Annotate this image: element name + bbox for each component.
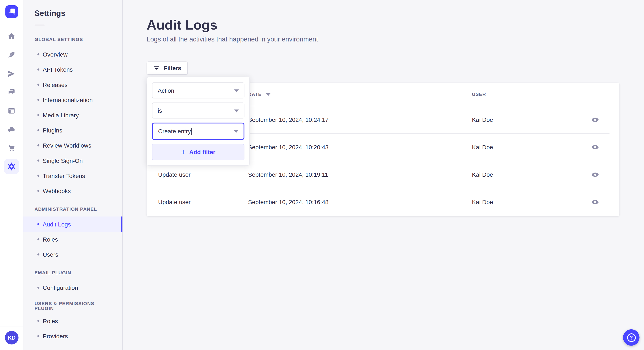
table-row[interactable]: Update user September 10, 2024, 10:16:48… [146, 188, 619, 216]
main-nav-rail: KD [0, 0, 24, 350]
bullet-icon [37, 144, 40, 147]
page-subtitle: Logs of all the activities that happened… [123, 36, 644, 43]
eye-icon [591, 198, 599, 206]
sort-desc-icon [266, 93, 271, 96]
cell-user: Kai Doe [472, 144, 581, 151]
section-users-permissions-plugin: USERS & PERMISSIONS PLUGIN [24, 303, 122, 309]
bullet-icon [37, 335, 40, 337]
sidebar-item-up-providers[interactable]: Providers [24, 329, 122, 344]
main-content: Audit Logs Logs of all the activities th… [123, 0, 644, 350]
help-button[interactable]: ? [623, 329, 640, 346]
app-root: KD Settings GLOBAL SETTINGS Overview API… [0, 0, 644, 350]
bullet-icon [37, 114, 40, 116]
eye-icon [591, 116, 599, 124]
cell-date: September 10, 2024, 10:16:48 [248, 199, 472, 206]
rail-divider [0, 24, 23, 24]
bullet-icon [37, 238, 40, 240]
add-filter-button[interactable]: + Add filter [152, 144, 244, 160]
bullet-icon [37, 84, 40, 86]
user-avatar[interactable]: KD [5, 331, 18, 345]
filter-operator-select[interactable]: is [152, 103, 244, 118]
plus-icon: + [181, 148, 186, 156]
bullet-icon [37, 160, 40, 162]
images-icon[interactable] [4, 85, 19, 100]
cell-user: Kai Doe [472, 199, 581, 206]
strapi-logo[interactable] [5, 5, 18, 18]
bullet-icon [37, 287, 40, 289]
bullet-icon [37, 175, 40, 177]
settings-gear-icon[interactable] [4, 159, 19, 174]
sidebar-item-audit-logs[interactable]: Audit Logs [24, 216, 122, 232]
chevron-down-icon [234, 109, 239, 112]
section-administration-panel: ADMINISTRATION PANEL [24, 206, 122, 212]
cell-action: Update user [156, 172, 248, 178]
eye-icon [591, 171, 599, 179]
filter-icon [153, 65, 160, 72]
sidebar-item-admin-users[interactable]: Users [24, 247, 122, 262]
filters-button[interactable]: Filters [146, 61, 188, 75]
cell-date: September 10, 2024, 10:19:11 [248, 172, 472, 178]
cloud-icon[interactable] [4, 122, 19, 137]
page-title: Audit Logs [123, 0, 644, 33]
bullet-icon [37, 253, 40, 256]
paper-plane-icon[interactable] [4, 66, 19, 81]
cell-user: Kai Doe [472, 172, 581, 178]
feather-icon[interactable] [4, 48, 19, 62]
section-email-plugin: EMAIL PLUGIN [24, 269, 122, 276]
chevron-down-icon [234, 89, 239, 92]
bullet-icon [37, 99, 40, 101]
cell-date: September 10, 2024, 10:24:17 [248, 116, 472, 123]
home-icon[interactable] [4, 29, 19, 43]
column-header-date[interactable]: DATE [248, 92, 472, 97]
bullet-icon [37, 190, 40, 192]
settings-sidebar: Settings GLOBAL SETTINGS Overview API To… [24, 0, 123, 350]
sidebar-item-webhooks[interactable]: Webhooks [24, 183, 122, 198]
bullet-icon [37, 129, 40, 131]
sidebar-title: Settings [34, 9, 112, 18]
chevron-down-icon [234, 130, 238, 133]
filter-field-select[interactable]: Action [152, 82, 244, 98]
sidebar-item-admin-roles[interactable]: Roles [24, 232, 122, 247]
cart-icon[interactable] [4, 141, 19, 155]
cell-date: September 10, 2024, 10:20:43 [248, 144, 472, 151]
sidebar-item-plugins[interactable]: Plugins [24, 123, 122, 138]
sidebar-title-divider [34, 25, 45, 25]
bullet-icon [37, 68, 40, 71]
sidebar-item-media-library[interactable]: Media Library [24, 107, 122, 123]
sidebar-item-email-configuration[interactable]: Configuration [24, 280, 122, 295]
sidebar-item-internationalization[interactable]: Internationalization [24, 92, 122, 107]
view-details-button[interactable] [589, 168, 602, 181]
cell-action: Update user [156, 199, 248, 206]
sidebar-item-review-workflows[interactable]: Review Workflows [24, 138, 122, 153]
question-mark-icon: ? [627, 334, 636, 342]
filter-popover: Action is Create entry + Add filter [146, 77, 250, 166]
column-header-user[interactable]: USER [472, 92, 581, 97]
view-details-button[interactable] [589, 196, 602, 209]
view-details-button[interactable] [589, 113, 602, 126]
filters-button-label: Filters [164, 65, 181, 71]
rail-divider [0, 326, 23, 326]
filter-value-combobox[interactable]: Create entry [152, 123, 244, 140]
text-cursor [191, 128, 192, 135]
sidebar-item-api-tokens[interactable]: API Tokens [24, 62, 122, 77]
bullet-icon [37, 223, 40, 225]
section-global-settings: GLOBAL SETTINGS [24, 36, 122, 43]
eye-icon [591, 143, 599, 151]
bullet-icon [37, 320, 40, 322]
bullet-icon [37, 53, 40, 55]
view-details-button[interactable] [589, 141, 602, 154]
sidebar-item-releases[interactable]: Releases [24, 77, 122, 92]
sidebar-item-transfer-tokens[interactable]: Transfer Tokens [24, 168, 122, 183]
layout-icon[interactable] [4, 103, 19, 118]
cell-user: Kai Doe [472, 116, 581, 123]
sidebar-item-single-sign-on[interactable]: Single Sign-On [24, 153, 122, 168]
sidebar-item-up-roles[interactable]: Roles [24, 313, 122, 328]
sidebar-item-overview[interactable]: Overview [24, 47, 122, 62]
